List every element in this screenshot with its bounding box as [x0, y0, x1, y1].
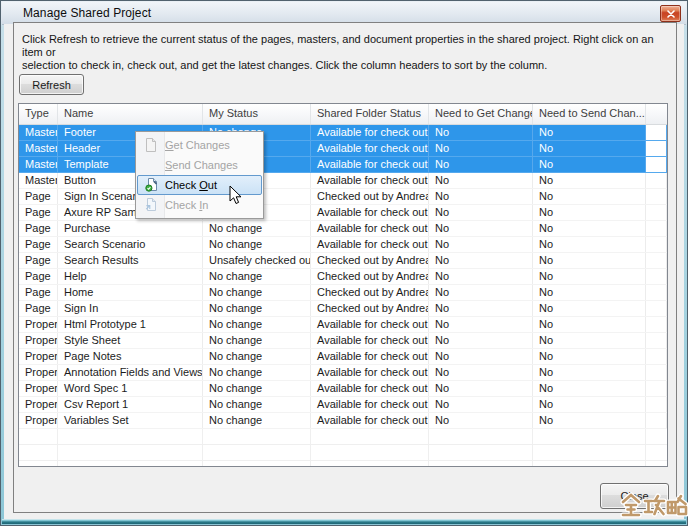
row-filler: [646, 285, 667, 300]
watermark: [620, 491, 688, 521]
cell-name: Search Scenario: [58, 237, 203, 252]
menu-item-label: Check In: [165, 199, 208, 211]
menu-item-get-changes[interactable]: Get Changes: [136, 135, 263, 155]
row-filler: [646, 205, 667, 220]
cell-need_send: No: [533, 237, 646, 252]
menu-item-check-in[interactable]: Check In: [136, 195, 263, 215]
cell-type: Property: [19, 397, 58, 412]
cell-shared_status: Available for check out: [311, 205, 429, 220]
cell-shared_status: Checked out by Andrea: [311, 253, 429, 268]
table-row[interactable]: PropertyVariables SetNo changeAvailable …: [19, 413, 667, 429]
row-filler: [646, 125, 667, 140]
row-filler: [646, 221, 667, 236]
refresh-button[interactable]: Refresh: [19, 74, 84, 95]
column-header-my-status[interactable]: My Status: [203, 104, 311, 124]
table-row[interactable]: PropertyAnnotation Fields and ViewsNo ch…: [19, 365, 667, 381]
table-row[interactable]: MasterButtonNo changeAvailable for check…: [19, 173, 667, 189]
check-out-icon: [138, 178, 165, 192]
cell-type: Master: [19, 157, 58, 172]
cell-type: Page: [19, 269, 58, 284]
table-row[interactable]: PageAxure RP SampleNo changeAvailable fo…: [19, 205, 667, 221]
cell-type: Master: [19, 173, 58, 188]
cell-need_send: No: [533, 157, 646, 172]
cell-my_status: No change: [203, 221, 311, 236]
row-filler: [646, 381, 667, 396]
cell-need_send: No: [533, 349, 646, 364]
menu-item-check-out[interactable]: Check Out: [137, 175, 262, 195]
table-row[interactable]: PageHelpNo changeChecked out by AndreaNo…: [19, 269, 667, 285]
table-row[interactable]: PropertyStyle SheetNo changeAvailable fo…: [19, 333, 667, 349]
table-row[interactable]: PageSearch ScenarioNo changeAvailable fo…: [19, 237, 667, 253]
column-header-need-send-changes[interactable]: Need to Send Chan...: [533, 104, 646, 124]
cell-shared_status: Available for check out: [311, 157, 429, 172]
cell-need_send: No: [533, 269, 646, 284]
cell-need_send: No: [533, 141, 646, 156]
table-row[interactable]: PageHomeNo changeChecked out by AndreaNo…: [19, 285, 667, 301]
table-row[interactable]: PropertyPage NotesNo changeAvailable for…: [19, 349, 667, 365]
cell-need_get: No: [429, 333, 533, 348]
row-filler: [646, 333, 667, 348]
row-filler: [646, 301, 667, 316]
cell-my_status: No change: [203, 365, 311, 380]
cell-need_send: No: [533, 205, 646, 220]
row-filler: [646, 413, 667, 428]
window-title: Manage Shared Project: [23, 6, 151, 20]
table-row[interactable]: PageSign InNo changeChecked out by Andre…: [19, 301, 667, 317]
cell-need_get: No: [429, 189, 533, 204]
cell-name: Search Results: [58, 253, 203, 268]
cell-shared_status: Checked out by Andrea: [311, 189, 429, 204]
cell-need_get: No: [429, 301, 533, 316]
titlebar-close-button[interactable]: [660, 5, 681, 22]
cell-name: Help: [58, 269, 203, 284]
cell-shared_status: Available for check out: [311, 365, 429, 380]
table-row[interactable]: PropertyCsv Report 1No changeAvailable f…: [19, 397, 667, 413]
cell-my_status: No change: [203, 349, 311, 364]
menu-item-label: Get Changes: [165, 139, 230, 151]
cell-type: Master: [19, 125, 58, 140]
column-header-need-get-changes[interactable]: Need to Get Changes: [429, 104, 533, 124]
table-row[interactable]: PropertyHtml Prototype 1No changeAvailab…: [19, 317, 667, 333]
cell-my_status: No change: [203, 269, 311, 284]
cell-name: Variables Set: [58, 413, 203, 428]
cell-need_get: No: [429, 381, 533, 396]
column-header-shared-folder-status[interactable]: Shared Folder Status: [311, 104, 429, 124]
column-header-name[interactable]: Name: [58, 104, 203, 124]
cell-need_get: No: [429, 317, 533, 332]
table-body: MasterFooterNo changeAvailable for check…: [19, 125, 667, 466]
cell-shared_status: Available for check out: [311, 317, 429, 332]
context-menu: Get Changes Send Changes Check Out: [135, 131, 264, 219]
table-row[interactable]: MasterFooterNo changeAvailable for check…: [19, 125, 667, 141]
cell-need_get: No: [429, 157, 533, 172]
table-row[interactable]: PropertyWord Spec 1No changeAvailable fo…: [19, 381, 667, 397]
table-row[interactable]: MasterTemplateNo changeAvailable for che…: [19, 157, 667, 173]
status-table: Type Name My Status Shared Folder Status…: [18, 103, 668, 467]
table-row[interactable]: MasterHeaderNo changeAvailable for check…: [19, 141, 667, 157]
menu-item-label: Send Changes: [165, 159, 238, 171]
menu-item-label: Check Out: [165, 179, 217, 191]
column-header-type[interactable]: Type: [19, 104, 58, 124]
cell-need_get: No: [429, 365, 533, 380]
cell-name: Annotation Fields and Views: [58, 365, 203, 380]
cell-need_send: No: [533, 189, 646, 204]
cell-need_get: No: [429, 349, 533, 364]
table-row[interactable]: PagePurchaseNo changeAvailable for check…: [19, 221, 667, 237]
cell-type: Property: [19, 349, 58, 364]
menu-item-send-changes[interactable]: Send Changes: [136, 155, 263, 175]
cell-need_get: No: [429, 269, 533, 284]
table-row[interactable]: PageSign In ScenarioNo changeChecked out…: [19, 189, 667, 205]
cell-type: Page: [19, 301, 58, 316]
cell-shared_status: Available for check out: [311, 141, 429, 156]
row-filler: [646, 397, 667, 412]
cell-my_status: No change: [203, 237, 311, 252]
cell-shared_status: Available for check out: [311, 381, 429, 396]
cell-my_status: No change: [203, 285, 311, 300]
row-filler: [646, 173, 667, 188]
cell-my_status: No change: [203, 317, 311, 332]
get-changes-icon: [136, 138, 165, 152]
cell-need_send: No: [533, 365, 646, 380]
cell-type: Master: [19, 141, 58, 156]
cell-my_status: No change: [203, 381, 311, 396]
cell-need_get: No: [429, 141, 533, 156]
table-row[interactable]: PageSearch ResultsUnsafely checked outCh…: [19, 253, 667, 269]
cell-type: Page: [19, 253, 58, 268]
